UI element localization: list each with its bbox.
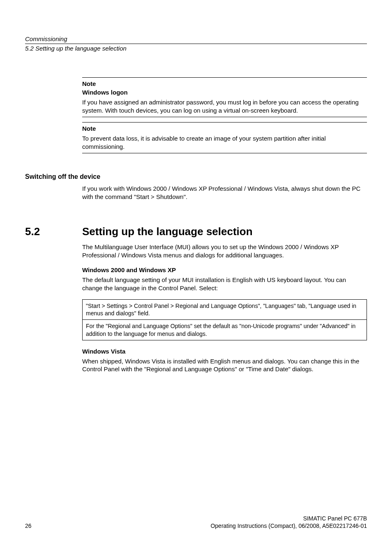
footer-title: SIMATIC Panel PC 677B: [210, 515, 367, 522]
switching-body: If you work with Windows 2000 / Windows …: [82, 185, 367, 201]
heading-windows-2000-xp: Windows 2000 and Windows XP: [82, 266, 367, 273]
section-heading-row: 5.2 Setting up the language selection: [25, 225, 367, 238]
instruction-box: "Start > Settings > Control Panel > Regi…: [82, 299, 367, 340]
page-footer: 26 SIMATIC Panel PC 677B Operating Instr…: [25, 515, 367, 530]
section-number: 5.2: [25, 225, 82, 238]
footer-info: SIMATIC Panel PC 677B Operating Instruct…: [210, 515, 367, 530]
note-block-1: Note Windows logon If you have assigned …: [82, 77, 367, 153]
running-header: Commissioning 5.2 Setting up the languag…: [25, 35, 367, 52]
section-intro: The Multilanguage User Interface (MUI) a…: [82, 243, 367, 259]
note-subtitle: Windows logon: [82, 89, 367, 96]
note-title: Note: [82, 125, 367, 132]
section-body-block: The Multilanguage User Interface (MUI) a…: [82, 243, 367, 373]
header-section: 5.2 Setting up the language selection: [25, 44, 367, 52]
switching-body-block: If you work with Windows 2000 / Windows …: [82, 185, 367, 201]
header-chapter: Commissioning: [25, 35, 367, 44]
footer-meta: Operating Instructions (Compact), 06/200…: [210, 522, 367, 530]
note-box: Note Windows logon If you have assigned …: [82, 77, 367, 117]
note-body: To prevent data loss, it is advisable to…: [82, 134, 367, 150]
w2000xp-body: The default language setting of your MUI…: [82, 276, 367, 292]
page: Commissioning 5.2 Setting up the languag…: [0, 0, 392, 555]
heading-windows-vista: Windows Vista: [82, 348, 367, 355]
content-area: Note Windows logon If you have assigned …: [25, 77, 367, 373]
note-body: If you have assigned an administrator pa…: [82, 98, 367, 114]
instruction-row: "Start > Settings > Control Panel > Regi…: [83, 300, 367, 319]
note-title: Note: [82, 80, 367, 87]
section-title: Setting up the language selection: [82, 225, 253, 238]
heading-switching-off: Switching off the device: [25, 173, 367, 180]
page-number: 26: [25, 522, 32, 530]
instruction-row: For the "Regional and Language Options" …: [83, 319, 367, 340]
note-box: Note To prevent data loss, it is advisab…: [82, 122, 367, 153]
vista-body: When shipped, Windows Vista is installed…: [82, 357, 367, 373]
